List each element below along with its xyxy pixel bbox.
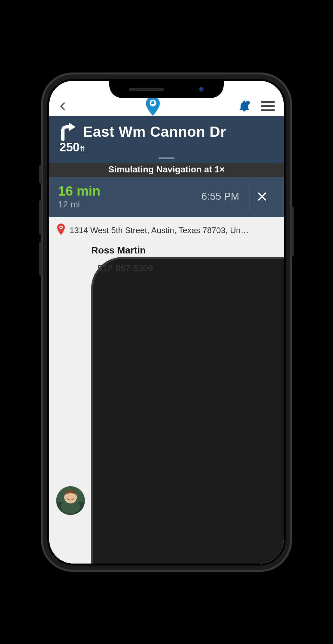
contact-row: Ross Martin 512-867-5309 (56, 245, 277, 564)
end-navigation-button[interactable] (249, 191, 275, 202)
eta-arrival-time: 6:55 PM (201, 184, 249, 209)
job-card: 1314 West 5th Street, Austin, Texas 7870… (49, 217, 284, 564)
nav-distance-unit: ft (80, 144, 84, 153)
nav-distance: 250ft (59, 141, 275, 154)
avatar[interactable] (56, 486, 85, 515)
mute-switch (39, 165, 42, 184)
contact-name: Ross Martin (91, 245, 284, 256)
phone-frame: East Wm Cannon Dr 250ft Simulating Navig… (41, 73, 292, 572)
pin-icon (56, 224, 66, 237)
job-address-row[interactable]: 1314 West 5th Street, Austin, Texas 7870… (56, 224, 277, 237)
contact-phone: 512-867-5309 (91, 257, 284, 564)
appbar-right (238, 100, 275, 113)
eta-bar: 16 min 12 mi 6:55 PM (49, 177, 284, 217)
phone-notch (109, 81, 224, 98)
app-logo-icon (145, 97, 161, 116)
svg-point-5 (60, 226, 62, 228)
volume-down-button (39, 241, 42, 276)
simulation-banner: Simulating Navigation at 1× (49, 163, 284, 177)
nav-street-name: East Wm Cannon Dr (83, 123, 226, 140)
volume-up-button (39, 200, 42, 235)
phone-screen: East Wm Cannon Dr 250ft Simulating Navig… (49, 81, 284, 564)
power-button (291, 206, 294, 257)
job-address-text: 1314 West 5th Street, Austin, Texas 7870… (70, 225, 249, 235)
nav-distance-value: 250 (59, 141, 79, 154)
svg-rect-1 (151, 102, 154, 104)
turn-right-icon (58, 122, 77, 141)
menu-button[interactable] (261, 101, 275, 111)
back-button[interactable] (58, 98, 68, 114)
drag-handle[interactable] (159, 157, 174, 159)
nav-instruction-banner[interactable]: East Wm Cannon Dr 250ft (49, 116, 284, 163)
eta-distance: 12 mi (58, 199, 201, 210)
eta-duration: 16 min (58, 184, 201, 199)
svg-point-3 (246, 100, 250, 105)
front-camera (199, 87, 204, 92)
notifications-button[interactable] (238, 100, 251, 113)
speaker-grille (129, 88, 164, 91)
